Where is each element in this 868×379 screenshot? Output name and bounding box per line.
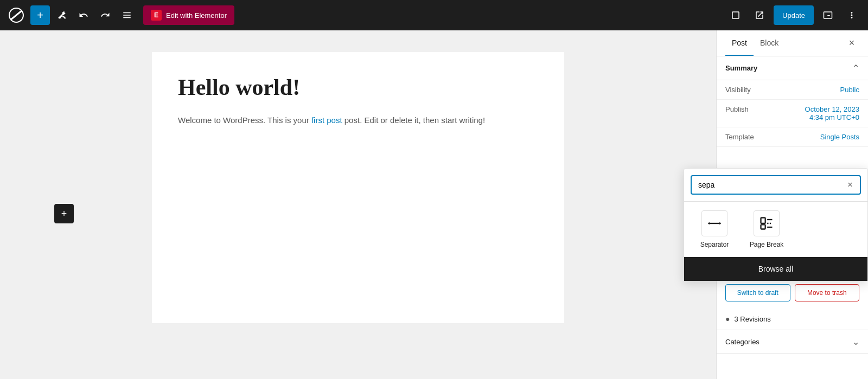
sidebar-content: Summary ⌃ Visibility Public Publish Octo…	[717, 56, 868, 379]
visibility-value[interactable]: Public	[840, 86, 859, 94]
add-block-button[interactable]: +	[54, 204, 74, 223]
browse-all-button[interactable]: Browse all	[717, 257, 867, 281]
post-body: Welcome to WordPress. This is your first…	[178, 114, 538, 127]
more-options-button[interactable]	[842, 5, 861, 25]
move-to-trash-button[interactable]: Move to trash	[795, 284, 860, 301]
svg-rect-4	[761, 224, 765, 229]
sidebar-close-button[interactable]: ×	[844, 36, 859, 51]
summary-chevron-icon[interactable]: ⌃	[852, 63, 859, 73]
main-container: Hello world! Welcome to WordPress. This …	[0, 30, 868, 379]
post-title: Hello world!	[178, 74, 538, 101]
revisions-row[interactable]: ● 3 Revisions	[717, 308, 868, 330]
tab-post[interactable]: Post	[725, 31, 754, 56]
switch-to-draft-button[interactable]: Switch to draft	[725, 284, 790, 301]
view-post-button[interactable]	[750, 5, 769, 25]
page-break-block-icon	[754, 210, 780, 236]
visibility-label: Visibility	[725, 86, 751, 94]
template-label: Template	[725, 133, 754, 141]
summary-section-header: Summary ⌃	[717, 56, 868, 80]
toolbar: + E Edit with Elementor Update	[0, 0, 868, 30]
revisions-text: 3 Revisions	[734, 315, 770, 323]
update-button[interactable]: Update	[774, 5, 814, 25]
tools-button[interactable]	[52, 5, 72, 25]
visibility-row: Visibility Public	[717, 80, 868, 100]
template-row: Template Single Posts	[717, 127, 868, 147]
editor-area[interactable]: Hello world! Welcome to WordPress. This …	[0, 30, 716, 379]
revisions-clock-icon: ●	[725, 314, 730, 323]
categories-label: Categories	[725, 338, 760, 346]
svg-point-2	[719, 222, 721, 224]
redo-button[interactable]	[95, 5, 115, 25]
sidebar: Post Block × Summary ⌃ Visibility Public…	[716, 30, 868, 379]
content-area: Hello world! Welcome to WordPress. This …	[152, 52, 564, 323]
publish-label: Publish	[725, 105, 749, 113]
sidebar-toggle-button[interactable]	[818, 5, 838, 25]
elementor-logo-icon: E	[151, 10, 162, 21]
publish-row: Publish October 12, 2023 4:34 pm UTC+0	[717, 100, 868, 127]
page-break-block-item[interactable]: Page Break	[745, 210, 788, 248]
toolbar-right: Update	[726, 5, 861, 25]
categories-row[interactable]: Categories ⌄	[717, 330, 868, 354]
inserter-blocks-list: Separator Pag	[717, 202, 867, 257]
separator-block-item[interactable]: Separator	[717, 210, 736, 248]
svg-rect-3	[761, 218, 765, 224]
block-inserter-popup: × Separator	[717, 168, 868, 281]
document-overview-button[interactable]	[117, 5, 137, 25]
separator-block-icon	[717, 210, 727, 236]
categories-chevron-icon[interactable]: ⌄	[852, 337, 859, 347]
first-post-link[interactable]: first post	[311, 115, 342, 125]
preview-button[interactable]	[726, 5, 745, 25]
sidebar-header: Post Block ×	[717, 30, 868, 56]
publish-value[interactable]: October 12, 2023 4:34 pm UTC+0	[805, 105, 859, 121]
summary-title: Summary	[725, 64, 757, 72]
tab-block[interactable]: Block	[754, 31, 785, 56]
add-block-toolbar-button[interactable]: +	[30, 5, 50, 25]
block-search-input[interactable]	[717, 175, 861, 195]
inserter-search-area: ×	[717, 169, 867, 202]
page-break-block-label: Page Break	[750, 241, 784, 248]
wp-logo-icon[interactable]	[7, 5, 26, 25]
edit-with-elementor-button[interactable]: E Edit with Elementor	[143, 5, 234, 25]
elementor-btn-label: Edit with Elementor	[166, 11, 227, 20]
template-value[interactable]: Single Posts	[820, 133, 859, 141]
search-clear-button[interactable]: ×	[844, 178, 857, 191]
separator-block-label: Separator	[717, 241, 729, 248]
undo-button[interactable]	[74, 5, 93, 25]
action-buttons: Switch to draft Move to trash	[717, 277, 868, 308]
